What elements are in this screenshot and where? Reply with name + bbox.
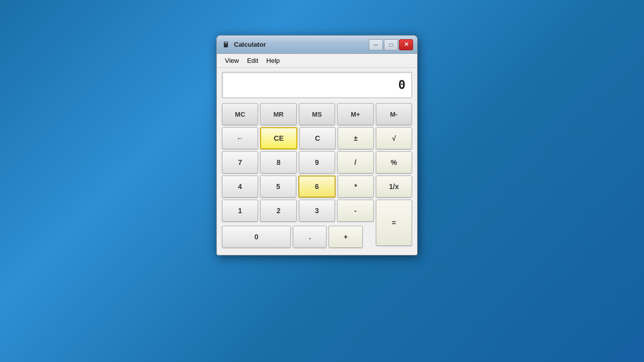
button-1[interactable]: 1 <box>222 200 258 222</box>
button-5[interactable]: 5 <box>260 175 296 198</box>
button-mplus[interactable]: M+ <box>337 103 373 125</box>
button-mr[interactable]: MR <box>260 103 296 125</box>
row3: 7 8 9 / % <box>222 151 412 173</box>
close-button[interactable]: ✕ <box>399 39 413 50</box>
button-ms[interactable]: MS <box>299 103 335 125</box>
button-4[interactable]: 4 <box>222 175 258 198</box>
button-divide[interactable]: / <box>337 151 373 173</box>
minimize-button[interactable]: ─ <box>369 39 383 50</box>
button-7[interactable]: 7 <box>222 151 258 173</box>
button-mc[interactable]: MC <box>222 103 258 125</box>
button-subtract[interactable]: - <box>337 200 373 222</box>
window-controls: ─ □ ✕ <box>369 39 413 50</box>
maximize-button[interactable]: □ <box>384 39 398 50</box>
row2: ← CE C ± √ <box>222 127 412 149</box>
display-value: 0 <box>398 78 406 92</box>
button-9[interactable]: 9 <box>299 151 335 173</box>
button-sqrt[interactable]: √ <box>376 127 412 149</box>
button-6[interactable]: 6 <box>298 175 336 198</box>
button-mminus[interactable]: M- <box>376 103 412 125</box>
window-title: Calculator <box>234 41 369 48</box>
button-sign[interactable]: ± <box>338 127 374 149</box>
button-backspace[interactable]: ← <box>222 127 258 149</box>
title-bar: 🖩 Calculator ─ □ ✕ <box>217 36 417 54</box>
button-ce[interactable]: CE <box>260 127 297 149</box>
button-equals[interactable]: = <box>376 200 412 246</box>
button-clear[interactable]: C <box>299 127 336 149</box>
button-3[interactable]: 3 <box>299 200 335 222</box>
button-add[interactable]: + <box>329 226 362 248</box>
button-decimal[interactable]: . <box>293 226 327 248</box>
buttons-area: MC MR MS M+ M- ← CE C ± √ 7 8 9 / % 4 5 … <box>217 101 417 255</box>
button-percent[interactable]: % <box>376 151 412 173</box>
calculator-window: 🖩 Calculator ─ □ ✕ View Edit Help 0 MC M… <box>216 35 418 255</box>
menu-help[interactable]: Help <box>262 56 284 65</box>
menu-view[interactable]: View <box>221 56 243 65</box>
memory-row: MC MR MS M+ M- <box>222 103 412 125</box>
app-icon: 🖩 <box>221 40 231 50</box>
button-reciprocal[interactable]: 1/x <box>376 175 412 198</box>
menu-edit[interactable]: Edit <box>243 56 262 65</box>
button-8[interactable]: 8 <box>260 151 296 173</box>
button-2[interactable]: 2 <box>260 200 296 222</box>
button-0[interactable]: 0 <box>222 226 291 248</box>
row4: 4 5 6 * 1/x <box>222 175 412 198</box>
display-area: 0 <box>222 72 412 98</box>
button-multiply[interactable]: * <box>338 175 374 198</box>
menu-bar: View Edit Help <box>217 54 417 68</box>
